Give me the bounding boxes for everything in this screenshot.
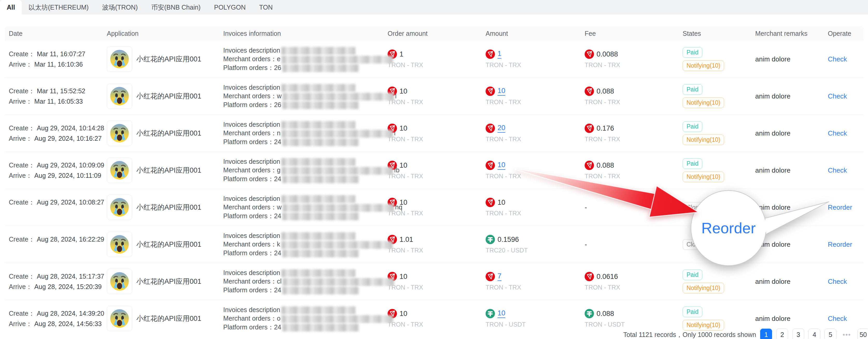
merchant-remarks-text: anim dolore bbox=[755, 241, 790, 248]
operate-link[interactable]: Check bbox=[828, 129, 847, 137]
status-badges: PaidNotifying(10) bbox=[683, 157, 755, 184]
platform-orders-line: Platform orders：26 bbox=[223, 63, 388, 72]
redacted-description bbox=[281, 269, 355, 277]
order-amount-cell: 10 TRON - TRX bbox=[388, 198, 486, 217]
tab-2[interactable]: 波场(TRON) bbox=[95, 0, 145, 14]
invoices-description-line: Invoices description bbox=[223, 269, 388, 277]
operate-link[interactable]: Reorder bbox=[828, 204, 852, 211]
arrive-label: Arrive： bbox=[9, 283, 32, 290]
merchant-remarks-cell: anim dolore bbox=[755, 92, 828, 100]
operate-link[interactable]: Check bbox=[828, 166, 847, 174]
fee-cell: 0.088 TRON - TRX bbox=[585, 87, 683, 106]
operate-cell: Check bbox=[828, 55, 863, 63]
merchant-remarks-cell: anim dolore bbox=[755, 129, 828, 137]
platform-order-prefix: 24 bbox=[274, 249, 281, 256]
tab-5[interactable]: TON bbox=[252, 0, 279, 14]
page-button-50[interactable]: 50 bbox=[857, 329, 868, 339]
amount-cell: 10 TRON - TRX bbox=[486, 198, 585, 217]
fee-cell: 0.176 TRON - TRX bbox=[585, 124, 683, 143]
amount-value[interactable]: 1 bbox=[498, 50, 501, 59]
application-cell: 小红花的API应用001 bbox=[107, 121, 223, 146]
status-badge-paid: Paid bbox=[683, 307, 702, 317]
application-cell: 小红花的API应用001 bbox=[107, 269, 223, 294]
amount-value[interactable]: 10 bbox=[498, 161, 505, 170]
platform-orders-line: Platform orders：24 bbox=[223, 249, 388, 257]
amount-network-label: TRON - TRX bbox=[486, 284, 585, 291]
invoices-description-line: Invoices description bbox=[223, 46, 388, 55]
status-badge-notifying: Notifying(10) bbox=[683, 172, 724, 182]
redacted-platform-order bbox=[282, 287, 359, 295]
operate-link[interactable]: Check bbox=[828, 92, 847, 100]
amount-value[interactable]: 7 bbox=[498, 272, 501, 281]
operate-link[interactable]: Check bbox=[828, 278, 847, 285]
merchant-orders-label: Merchant orders： bbox=[223, 55, 277, 62]
page-ellipsis: ••• bbox=[840, 329, 853, 339]
platform-orders-label: Platform orders： bbox=[223, 286, 274, 294]
platform-orders-line: Platform orders：24 bbox=[223, 323, 388, 332]
fee-value: 0.0088 bbox=[596, 50, 618, 58]
platform-orders-label: Platform orders： bbox=[223, 138, 274, 145]
tab-3[interactable]: 币安(BNB Chain) bbox=[145, 0, 207, 14]
amount-cell: 7 TRON - TRX bbox=[486, 272, 585, 291]
merchant-order-prefix: cl bbox=[277, 278, 282, 285]
order-network-label: TRON - TRX bbox=[388, 321, 486, 328]
page-button-4[interactable]: 4 bbox=[808, 329, 820, 339]
tab-0[interactable]: All bbox=[0, 0, 22, 14]
order-amount-value: 1.01 bbox=[400, 236, 413, 244]
operate-link[interactable]: Check bbox=[828, 55, 847, 63]
order-network-label: TRON - TRX bbox=[388, 61, 486, 69]
operate-link[interactable]: Reorder bbox=[828, 241, 852, 248]
application-name: 小红花的API应用001 bbox=[136, 55, 202, 64]
fee-value: 0.088 bbox=[596, 310, 614, 318]
app-emoji-icon bbox=[107, 269, 132, 294]
date-cell: Create：Mar 11, 15:52:52 Arrive：Mar 11, 1… bbox=[9, 86, 107, 106]
arrive-label: Arrive： bbox=[9, 135, 32, 142]
tab-1[interactable]: 以太坊(ETHEREUM) bbox=[22, 0, 95, 14]
invoices-description-label: Invoices description bbox=[223, 158, 280, 165]
platform-orders-label: Platform orders： bbox=[223, 249, 274, 256]
order-amount-cell: 1.01 TRON - TRX bbox=[388, 235, 486, 254]
amount-value[interactable]: 20 bbox=[498, 124, 505, 133]
order-network-label: TRON - TRX bbox=[388, 173, 486, 180]
redacted-description bbox=[281, 158, 355, 166]
page-button-5[interactable]: 5 bbox=[825, 329, 836, 339]
invoices-table: DateApplicationInvoices informationOrder… bbox=[5, 14, 863, 337]
status-badges: Closed bbox=[683, 238, 755, 251]
status-badges: PaidNotifying(10) bbox=[683, 268, 755, 295]
page-button-3[interactable]: 3 bbox=[792, 329, 804, 339]
amount-value: 0.1596 bbox=[498, 236, 519, 244]
merchant-order-prefix: w bbox=[277, 92, 282, 99]
application-cell: 小红花的API应用001 bbox=[107, 47, 223, 72]
coin-icon bbox=[486, 124, 495, 133]
arrive-value: Mar 11, 16:05:33 bbox=[34, 98, 83, 105]
redacted-platform-order bbox=[282, 101, 359, 109]
platform-orders-line: Platform orders：26 bbox=[223, 100, 388, 109]
amount-value[interactable]: 10 bbox=[498, 87, 505, 96]
date-cell: Create：Aug 28, 2024, 16:22:29 Arrive： bbox=[9, 234, 107, 255]
redacted-platform-order bbox=[282, 250, 359, 257]
order-network-label: TRON - TRX bbox=[388, 284, 486, 291]
platform-order-prefix: 26 bbox=[274, 101, 281, 108]
coin-icon bbox=[486, 272, 495, 281]
amount-cell: 1 TRON - TRX bbox=[486, 50, 585, 69]
operate-cell: Check bbox=[828, 166, 863, 175]
status-badges: PaidNotifying(10) bbox=[683, 46, 755, 72]
arrive-label: Arrive： bbox=[9, 320, 32, 327]
operate-link[interactable]: Check bbox=[828, 315, 847, 322]
coin-icon bbox=[585, 161, 594, 170]
tab-4[interactable]: POLYGON bbox=[208, 0, 252, 14]
fee-cell: 0.088 TRON - USDT bbox=[585, 309, 683, 328]
date-cell: Create：Mar 11, 16:07:27 Arrive：Mar 11, 1… bbox=[9, 49, 107, 69]
amount-cell: 20 TRON - TRX bbox=[486, 124, 585, 143]
redacted-merchant-order bbox=[283, 278, 394, 286]
status-badge-paid: Paid bbox=[683, 47, 702, 58]
amount-value[interactable]: 10 bbox=[498, 309, 505, 318]
invoices-description-label: Invoices description bbox=[223, 121, 280, 128]
redacted-description bbox=[281, 47, 355, 55]
column-header-0: Date bbox=[9, 30, 107, 37]
page-button-2[interactable]: 2 bbox=[776, 329, 788, 339]
platform-orders-label: Platform orders： bbox=[223, 323, 274, 331]
page-button-1[interactable]: 1 bbox=[760, 329, 772, 339]
app-emoji-icon bbox=[107, 121, 132, 146]
status-badge-notifying: Notifying(10) bbox=[683, 134, 724, 145]
